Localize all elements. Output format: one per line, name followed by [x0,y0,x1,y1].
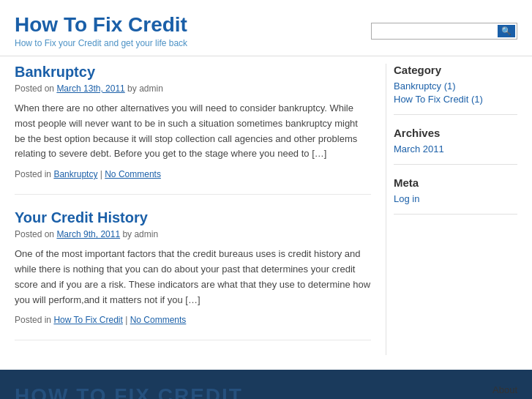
sidebar-category-fix-credit[interactable]: How To Fix Credit (1) [394,94,517,105]
post-excerpt-bankruptcy: When there are no other alternatives you… [15,101,371,162]
search-button[interactable]: 🔍 [498,25,515,37]
post-author-bankruptcy: admin [139,83,163,94]
post-category-link-bankruptcy[interactable]: Bankruptcy [53,169,97,179]
post-comments-link-bankruptcy[interactable]: No Comments [105,169,161,179]
main-content: Bankruptcy Posted on March 13th, 2011 by… [15,64,386,355]
search-box[interactable]: 🔍 [371,23,517,40]
site-branding: How To Fix Credit How to Fix your Credit… [15,13,187,48]
post-date-link-bankruptcy[interactable]: March 13th, 2011 [56,83,124,94]
footer-top-row: HOW TO FIX CREDIT About [15,384,517,399]
sidebar-archives-heading: Archives [394,127,517,139]
sidebar: Category Bankruptcy (1) How To Fix Credi… [386,64,517,355]
post-title-credit-history[interactable]: Your Credit History [15,209,371,226]
post-bankruptcy: Bankruptcy Posted on March 13th, 2011 by… [15,64,371,195]
sidebar-meta-heading: Meta [394,176,517,189]
footer-about-link[interactable]: About [492,384,517,395]
post-footer-bankruptcy: Posted in Bankruptcy | No Comments [15,169,371,179]
post-meta-bankruptcy: Posted on March 13th, 2011 by admin [15,83,371,94]
post-date-link-credit-history[interactable]: March 9th, 2011 [56,229,120,239]
footer: HOW TO FIX CREDIT About Powered by Wordp… [0,370,532,399]
sidebar-category-bankruptcy[interactable]: Bankruptcy (1) [394,81,517,92]
sidebar-archives-section: Archives March 2011 [394,127,517,165]
content-wrapper: Bankruptcy Posted on March 13th, 2011 by… [0,56,532,362]
post-category-link-credit-history[interactable]: How To Fix Credit [53,315,122,325]
sidebar-archive-march-2011[interactable]: March 2011 [394,143,517,154]
search-input[interactable] [375,26,498,37]
sidebar-category-section: Category Bankruptcy (1) How To Fix Credi… [394,64,517,115]
post-comments-link-credit-history[interactable]: No Comments [130,315,187,325]
sidebar-category-heading: Category [394,64,517,76]
post-excerpt-credit-history: One of the most important factors that t… [15,247,371,307]
sidebar-meta-section: Meta Log in [394,176,517,215]
site-title[interactable]: How To Fix Credit [15,13,187,37]
footer-nav: About [492,384,517,395]
post-author-credit-history: admin [134,229,158,239]
post-meta-credit-history: Posted on March 9th, 2011 by admin [15,229,371,239]
sidebar-meta-login[interactable]: Log in [394,193,517,204]
post-title-bankruptcy[interactable]: Bankruptcy [15,64,371,81]
site-subtitle: How to Fix your Credit and get your life… [15,38,187,48]
footer-title: HOW TO FIX CREDIT [15,384,243,399]
post-credit-history: Your Credit History Posted on March 9th,… [15,209,371,340]
post-footer-credit-history: Posted in How To Fix Credit | No Comment… [15,315,371,325]
header: How To Fix Credit How to Fix your Credit… [0,0,532,56]
